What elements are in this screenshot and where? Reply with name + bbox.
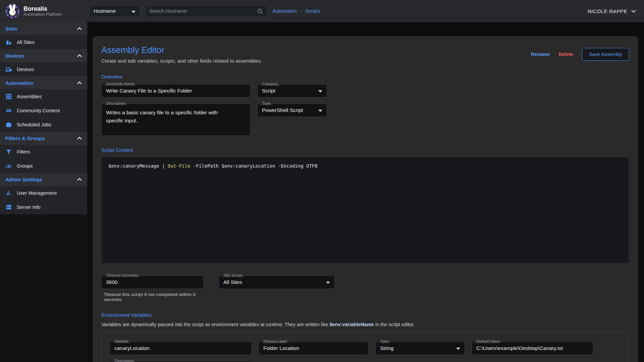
- variable-row: Variable canaryLocation Display Label Fo…: [101, 333, 629, 362]
- sidebar-item-user-management[interactable]: User Management: [0, 186, 87, 200]
- brand-header: Borealis Automation Platform: [0, 0, 87, 22]
- env-desc-segment: Variables are dynamically passed into th…: [101, 322, 329, 327]
- assembly-name-value: Write Canary File to a Specific Folder: [102, 84, 250, 97]
- sidebar-item-filters[interactable]: Filters: [0, 145, 87, 159]
- card-header: Assembly Editor Create and edit variable…: [101, 45, 629, 64]
- rename-button[interactable]: Rename: [531, 52, 550, 57]
- script-code-editor[interactable]: $env:canaryMessage | Out-File -FilePath …: [101, 157, 629, 263]
- type-label: Type: [261, 101, 272, 105]
- variable-description-label: Description: [113, 359, 136, 362]
- chevron-down-icon: [131, 11, 136, 13]
- page-title: Assembly Editor: [101, 45, 262, 55]
- breadcrumb-scripts[interactable]: Scripts: [305, 8, 320, 14]
- devices-icon: [5, 66, 12, 73]
- briefcase-icon: [5, 121, 12, 128]
- title-block: Assembly Editor Create and edit variable…: [101, 45, 262, 64]
- sidebar-item-server-info[interactable]: Server Info: [0, 200, 87, 214]
- chevron-down-icon: [318, 90, 322, 93]
- user-name: NICOLE RAPPE: [588, 8, 627, 14]
- type-select[interactable]: Type PowerShell Script: [257, 104, 327, 117]
- user-menu[interactable]: NICOLE RAPPE: [588, 0, 636, 22]
- code-segment: -FilePath $env:canaryLocation -Encoding …: [190, 163, 317, 169]
- site-scope-select[interactable]: Site Scope All Sites: [219, 276, 335, 289]
- description-field[interactable]: Description Writes a basic canary file t…: [101, 104, 251, 136]
- variable-label: Variable: [113, 339, 130, 343]
- assembly-editor-card: Assembly Editor Create and edit variable…: [93, 36, 638, 362]
- category-select[interactable]: Category Script: [257, 84, 327, 98]
- chevron-up-icon: [77, 178, 82, 181]
- sidebar-section-devices[interactable]: Devices: [0, 49, 87, 62]
- description-label: Description: [105, 101, 127, 105]
- filter-icon: [5, 148, 12, 155]
- assembly-name-field[interactable]: Assembly Name Write Canary File to a Spe…: [101, 84, 251, 98]
- breadcrumb-separator: ›: [300, 8, 302, 14]
- env-desc-segment: in the script editor.: [374, 322, 415, 327]
- default-value-label: Default Value: [475, 339, 501, 343]
- community-icon: [5, 107, 12, 114]
- sidebar-item-label: Filters: [17, 149, 30, 155]
- section-label: Devices: [5, 53, 24, 59]
- sidebar-item-label: Groups: [17, 163, 33, 169]
- chevron-down-icon: [456, 348, 460, 350]
- chevron-down-icon: [631, 10, 636, 13]
- timeout-field[interactable]: Timeout (seconds) 3600: [101, 276, 204, 289]
- grid-icon: [5, 93, 12, 100]
- search-box: [145, 5, 268, 17]
- type-value: PowerShell Script: [258, 104, 327, 117]
- variable-type-label: Type: [379, 339, 390, 343]
- timeout-helper-text: Timeout this script if not completed wit…: [101, 292, 204, 302]
- sidebar-item-groups[interactable]: Groups: [0, 159, 87, 173]
- sidebar-item-scheduled-jobs[interactable]: Scheduled Jobs: [0, 118, 87, 132]
- main-area: Assembly Editor Create and edit variable…: [87, 22, 644, 362]
- variable-fields-row-1: Variable canaryLocation Display Label Fo…: [110, 342, 621, 355]
- header-actions: Rename Delete Save Assembly: [531, 48, 629, 61]
- sidebar-section-admin-settings[interactable]: Admin Settings: [0, 173, 87, 186]
- variable-type-value: String: [376, 342, 465, 355]
- server-icon: [5, 204, 12, 210]
- sidebar-item-community-content[interactable]: Community Content: [0, 104, 87, 118]
- assembly-name-label: Assembly Name: [105, 82, 136, 86]
- section-label: Admin Settings: [5, 177, 42, 182]
- env-vars-heading: Environment Variables: [101, 312, 629, 318]
- description-value: Writes a basic canary file to a specific…: [102, 104, 236, 125]
- display-label-field[interactable]: Display Label Folder Location: [259, 342, 369, 355]
- delete-button[interactable]: Delete: [558, 52, 573, 57]
- overview-heading: Overview: [101, 74, 629, 79]
- variable-name-field[interactable]: Variable canaryLocation: [110, 342, 252, 355]
- site-scope-label: Site Scope: [222, 273, 244, 277]
- sidebar-item-all-sites[interactable]: All Sites: [0, 35, 87, 49]
- timeout-value: 3600: [102, 276, 204, 289]
- script-content-heading: Script Content: [101, 147, 629, 153]
- env-vars-description: Variables are dynamically passed into th…: [101, 322, 629, 327]
- code-segment: $env:canaryMessage |: [108, 163, 168, 169]
- search-input[interactable]: [149, 8, 257, 14]
- variable-type-select[interactable]: Type String: [375, 342, 465, 355]
- breadcrumb: Automation › Scripts: [272, 0, 320, 22]
- category-value: Script: [258, 84, 327, 97]
- save-assembly-button[interactable]: Save Assembly: [582, 48, 629, 61]
- default-value-field[interactable]: Default Value C:\Users\example\Desktop\C…: [472, 342, 593, 355]
- sidebar-item-assemblies[interactable]: Assemblies: [0, 89, 87, 104]
- env-desc-variable-token: $env:variableName: [329, 322, 374, 327]
- sidebar-section-automation[interactable]: Automation: [0, 76, 87, 89]
- code-keyword: Out-File: [168, 163, 190, 169]
- hostname-filter-select[interactable]: Hostname: [89, 5, 140, 17]
- sidebar-item-devices[interactable]: Devices: [0, 62, 87, 76]
- display-label-label: Display Label: [262, 339, 288, 343]
- sidebar-item-label: Assemblies: [17, 94, 42, 99]
- hostname-filter-value: Hostname: [94, 8, 116, 14]
- sidebar-item-label: User Management: [17, 190, 57, 196]
- chevron-down-icon: [326, 282, 330, 284]
- brand-name: Borealis: [23, 5, 61, 12]
- breadcrumb-automation[interactable]: Automation: [272, 8, 297, 14]
- sidebar-section-filters-groups[interactable]: Filters & Groups: [0, 132, 87, 145]
- section-label: Automation: [5, 80, 33, 86]
- category-label: Category: [261, 82, 280, 86]
- sidebar-section-sites[interactable]: Sites: [0, 22, 87, 35]
- topbar: Hostname Automation › Scripts NICOLE RAP…: [87, 0, 644, 22]
- sidebar-item-label: Devices: [17, 67, 34, 72]
- site-scope-value: All Sites: [219, 276, 334, 289]
- sidebar-item-label: Community Content: [17, 108, 60, 113]
- sidebar-item-label: Scheduled Jobs: [17, 122, 51, 127]
- page-subtitle: Create and edit variables, scripts, and …: [101, 58, 262, 64]
